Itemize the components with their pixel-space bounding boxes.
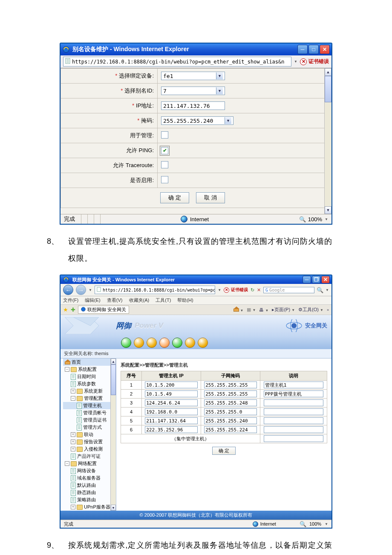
toolbar-button-2[interactable] [134, 338, 144, 348]
mask-select[interactable]: 255.255.255.240▼ [161, 116, 233, 125]
tree-scrollbar[interactable]: ▲ ▼ [110, 358, 116, 511]
ok-button[interactable]: 确 定 [160, 192, 189, 203]
nav-ids[interactable]: +入侵检测 [63, 445, 116, 453]
nav-upnp[interactable]: +UPnP服务器 [63, 503, 116, 511]
host-ip-input[interactable] [145, 426, 198, 433]
nav-license[interactable]: 产品许可证 [63, 453, 116, 460]
nav-net-config[interactable]: −网络配置 [63, 460, 116, 467]
menu-view[interactable]: 查看(V) [107, 298, 123, 303]
cancel-button[interactable]: 取 消 [196, 192, 225, 203]
nav-sys-param[interactable]: 系统参数 [63, 380, 116, 387]
nav-sys-update[interactable]: +系统更新 [63, 387, 116, 395]
host-mask-input[interactable] [204, 417, 257, 424]
scroll-up-button[interactable]: ▲ [325, 68, 331, 76]
minimize-button[interactable]: ─ [303, 276, 311, 283]
back-button[interactable]: ← [63, 285, 73, 295]
nav-interlock[interactable]: +联动 [63, 431, 116, 438]
traceroute-checkbox[interactable] [161, 161, 168, 168]
stop-icon[interactable]: ✕ [257, 287, 261, 293]
scroll-down-button[interactable]: ▼ [325, 206, 331, 214]
url-field-2[interactable]: https://192.168.0.1:8888/cgi-bin/webui?o… [95, 286, 215, 294]
title-bar[interactable]: 别名设备维护 - Windows Internet Explorer ─ □ ✕ [61, 43, 331, 55]
toolbar-button-1[interactable] [121, 338, 131, 348]
nav-mgmt-host[interactable]: 管理主机 [63, 402, 116, 409]
close-button[interactable]: ✕ [321, 276, 330, 283]
menu-file[interactable]: 文件(F) [63, 298, 78, 303]
cert-error-badge-2[interactable]: ✕ 证书错误 [224, 287, 248, 293]
tab-active[interactable]: 联想网御 安全网关 [78, 306, 129, 314]
mgmt-checkbox[interactable] [161, 131, 168, 139]
nav-admin-acct[interactable]: 管理员帐号 [63, 409, 116, 416]
central-desc-input[interactable] [264, 435, 324, 442]
nav-datetime[interactable]: 日期时间 [63, 373, 116, 380]
url-dropdown-icon[interactable]: ▼ [218, 288, 221, 292]
maximize-button[interactable]: □ [308, 45, 319, 54]
restore-button[interactable]: ❐ [312, 276, 320, 283]
toolbar-button-7[interactable] [198, 338, 208, 348]
host-ip-input[interactable] [145, 390, 198, 397]
page-menu[interactable]: ▸页面(P) ▼ [272, 306, 295, 313]
zoom-dropdown-icon[interactable]: ▼ [325, 522, 328, 526]
nav-sys-config[interactable]: −系统配置 [63, 366, 116, 373]
host-mask-input[interactable] [204, 382, 257, 388]
toolbar-chevron-icon[interactable]: » [327, 308, 329, 312]
search-go-icon[interactable]: 🔍 [317, 287, 323, 293]
url-dropdown-icon[interactable]: ▼ [294, 60, 297, 64]
host-desc-input[interactable] [264, 417, 324, 424]
toolbar-button-6[interactable] [185, 338, 195, 348]
host-desc-input[interactable] [264, 390, 324, 397]
search-box[interactable]: G Google [263, 287, 314, 293]
menu-help[interactable]: 帮助(H) [177, 298, 193, 303]
alias-id-select[interactable]: 7▼ [161, 87, 225, 95]
ping-checkbox[interactable]: ✔ [161, 147, 168, 154]
nav-admin-cert[interactable]: 管理员证书 [63, 416, 116, 424]
cert-error-badge[interactable]: ✕ 证书错误 [300, 58, 329, 65]
host-desc-input[interactable] [264, 426, 324, 433]
minimize-button[interactable]: ─ [297, 45, 308, 54]
host-ip-input[interactable] [145, 399, 198, 406]
host-mask-input[interactable] [204, 408, 257, 415]
forward-button[interactable]: → [76, 285, 86, 295]
title-bar-2[interactable]: 联想网御 安全网关 - Windows Internet Explorer ─ … [61, 275, 331, 284]
nav-policy-route[interactable]: 策略路由 [63, 496, 116, 503]
toolbar-button-3[interactable] [147, 338, 157, 348]
nav-dns[interactable]: 域名服务器 [63, 474, 116, 482]
favorites-star-icon[interactable]: ★ [63, 306, 68, 313]
host-mask-input[interactable] [204, 426, 257, 433]
nav-history-dropdown[interactable]: ▼ [89, 288, 92, 292]
home-button[interactable]: ▼ [233, 307, 244, 312]
toolbar-button-5[interactable] [172, 338, 182, 348]
submit-button[interactable]: 确 定 [212, 447, 236, 455]
tools-menu[interactable]: ⚙工具(O) ▼ [298, 306, 323, 313]
host-desc-input[interactable] [264, 408, 324, 415]
nav-mgmt-config[interactable]: −管理配置 [63, 395, 116, 402]
nav-net-device[interactable]: 网络设备 [63, 467, 116, 474]
toolbar-button-4[interactable] [159, 338, 170, 348]
host-desc-input[interactable] [264, 382, 324, 388]
nav-home[interactable]: 首页 [63, 358, 116, 366]
ip-input[interactable]: 211.147.132.76 [161, 101, 225, 110]
menu-tools[interactable]: 工具(T) [156, 298, 171, 303]
menu-edit[interactable]: 编辑(E) [85, 298, 101, 303]
host-ip-input[interactable] [145, 382, 198, 388]
nav-alert[interactable]: +报告设置 [63, 438, 116, 445]
feeds-button[interactable]: ▦ ▼ [247, 307, 256, 312]
url-field[interactable]: https://192.168.0.1:8888/cgi-bin/webui?o… [63, 57, 291, 66]
enable-checkbox[interactable] [161, 176, 168, 183]
vertical-scrollbar[interactable]: ▲ ▼ [324, 68, 331, 214]
bind-device-select[interactable]: fe1▼ [161, 72, 225, 80]
print-button[interactable]: 🖶 ▼ [259, 307, 268, 312]
nav-mgmt-mode[interactable]: 管理方式 [63, 424, 116, 431]
host-ip-input[interactable] [145, 417, 198, 424]
host-desc-input[interactable] [264, 399, 324, 406]
add-favorite-icon[interactable]: ✚ [71, 306, 75, 313]
host-mask-input[interactable] [204, 390, 257, 397]
menu-favorites[interactable]: 收藏夹(A) [129, 298, 150, 303]
zoom-dropdown-icon[interactable]: ▼ [325, 217, 328, 221]
nav-default-route[interactable]: 默认路由 [63, 482, 116, 489]
nav-static-route[interactable]: 静态路由 [63, 489, 116, 496]
host-mask-input[interactable] [204, 399, 257, 406]
close-button[interactable]: ✕ [320, 45, 330, 54]
refresh-icon[interactable]: ↻ [251, 287, 254, 293]
host-ip-input[interactable] [145, 408, 198, 415]
